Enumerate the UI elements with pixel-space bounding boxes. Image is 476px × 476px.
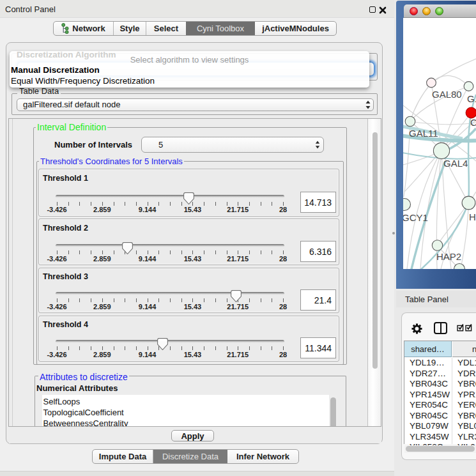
svg-text:GAL80: GAL80 — [432, 89, 462, 100]
svg-text:C: C — [470, 117, 476, 128]
svg-text:GCY1: GCY1 — [403, 212, 428, 223]
svg-text:GAL11: GAL11 — [409, 128, 438, 139]
svg-text:HAP2: HAP2 — [436, 251, 461, 262]
svg-text:G.: G. — [467, 93, 476, 104]
svg-text:H: H — [469, 211, 476, 222]
svg-text:GAL4: GAL4 — [443, 158, 468, 169]
